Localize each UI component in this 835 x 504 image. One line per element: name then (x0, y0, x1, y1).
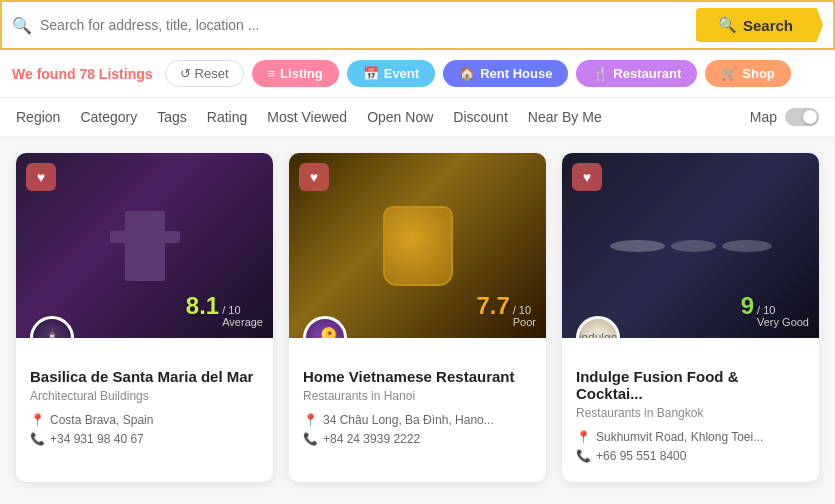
category-rating[interactable]: Rating (207, 109, 247, 125)
card-2-avatar-icon: 🔑 (313, 326, 338, 338)
card-1-phone-row: 📞 +34 931 98 40 67 (30, 432, 259, 446)
card-1-image: ♥ 8.1 / 10 Average ⛪ (16, 153, 273, 338)
card-2[interactable]: ♥ 7.7 / 10 Poor 🔑 Home Vietnamese Restau… (289, 153, 546, 482)
phone-icon-2: 📞 (303, 432, 318, 446)
found-text: We found 78 Listings (12, 66, 153, 82)
rent-label: Rent House (480, 66, 552, 81)
restaurant-label: Restaurant (613, 66, 681, 81)
card-2-rating-badge: 7.7 / 10 Poor (476, 292, 536, 328)
card-3-subtitle: Restaurants in Bangkok (576, 406, 805, 420)
category-most-viewed[interactable]: Most Viewed (267, 109, 347, 125)
category-region[interactable]: Region (16, 109, 60, 125)
card-1-body: Basilica de Santa Maria del Mar Architec… (16, 338, 273, 465)
card-2-subtitle: Restaurants in Hanoi (303, 389, 532, 403)
card-2-rating-max: / 10 (513, 304, 531, 316)
card-3-rating-detail: / 10 Very Good (757, 304, 809, 328)
card-1-rating-label: Average (222, 316, 263, 328)
card-3-location-row: 📍 Sukhumvit Road, Khlong Toei... (576, 430, 805, 444)
card-3-rating-badge: 9 / 10 Very Good (741, 292, 809, 328)
card-1-phone: +34 931 98 40 67 (50, 432, 144, 446)
card-3-image: ♥ 9 / 10 Very Good indulge (562, 153, 819, 338)
tab-shop-button[interactable]: 🛒 Shop (705, 60, 791, 87)
card-1-avatar-icon: ⛪ (41, 327, 63, 338)
card-2-phone-row: 📞 +84 24 3939 2222 (303, 432, 532, 446)
card-2-title: Home Vietnamese Restaurant (303, 368, 532, 385)
listing-icon: ≡ (268, 66, 276, 81)
card-1-rating-num: 8.1 (186, 292, 219, 320)
card-3-rating-max: / 10 (757, 304, 775, 316)
pin-icon-1: 📍 (30, 413, 45, 427)
tab-event-button[interactable]: 📅 Event (347, 60, 435, 87)
card-2-rating-detail: / 10 Poor (513, 304, 536, 328)
card-3-location: Sukhumvit Road, Khlong Toei... (596, 430, 763, 444)
map-label: Map (750, 109, 777, 125)
card-1-rating-badge: 8.1 / 10 Average (186, 292, 263, 328)
card-1-favorite-button[interactable]: ♥ (26, 163, 56, 191)
search-input[interactable] (40, 17, 688, 33)
tab-listing-button[interactable]: ≡ Listing (252, 60, 339, 87)
reset-label: Reset (195, 66, 229, 81)
card-2-rating-label: Poor (513, 316, 536, 328)
card-3-title: Indulge Fusion Food & Cocktai... (576, 368, 805, 402)
card-1-location-row: 📍 Costa Brava, Spain (30, 413, 259, 427)
card-3-favorite-button[interactable]: ♥ (572, 163, 602, 191)
card-2-location: 34 Châu Long, Ba Đình, Hano... (323, 413, 494, 427)
tab-rent-button[interactable]: 🏠 Rent House (443, 60, 568, 87)
category-open-now[interactable]: Open Now (367, 109, 433, 125)
search-btn-label: Search (743, 17, 793, 34)
category-category[interactable]: Category (80, 109, 137, 125)
category-tags[interactable]: Tags (157, 109, 187, 125)
card-3-avatar-icon: indulge (579, 331, 618, 338)
card-2-location-row: 📍 34 Châu Long, Ba Đình, Hano... (303, 413, 532, 427)
card-1[interactable]: ♥ 8.1 / 10 Average ⛪ Basilica de Santa M… (16, 153, 273, 482)
shop-icon: 🛒 (721, 66, 737, 81)
shop-label: Shop (742, 66, 775, 81)
card-1-subtitle: Architectural Buildings (30, 389, 259, 403)
card-1-location: Costa Brava, Spain (50, 413, 153, 427)
tab-restaurant-button[interactable]: 🍴 Restaurant (576, 60, 697, 87)
filter-row: We found 78 Listings ↺ Reset ≡ Listing 📅… (0, 50, 835, 98)
card-3-phone-row: 📞 +66 95 551 8400 (576, 449, 805, 463)
category-discount[interactable]: Discount (453, 109, 507, 125)
pin-icon-2: 📍 (303, 413, 318, 427)
card-2-rating-num: 7.7 (476, 292, 509, 320)
search-btn-icon: 🔍 (718, 16, 737, 34)
category-near-by-me[interactable]: Near By Me (528, 109, 602, 125)
card-2-body: Home Vietnamese Restaurant Restaurants i… (289, 338, 546, 465)
category-row: Region Category Tags Rating Most Viewed … (0, 98, 835, 137)
listing-label: Listing (280, 66, 323, 81)
found-suffix: Listings (95, 66, 153, 82)
map-toggle-area: Map (750, 108, 819, 126)
toggle-knob (803, 110, 817, 124)
card-3-body: Indulge Fusion Food & Cocktai... Restaur… (562, 338, 819, 482)
card-2-phone: +84 24 3939 2222 (323, 432, 420, 446)
pin-icon-3: 📍 (576, 430, 591, 444)
church-cross-icon (125, 211, 165, 281)
reset-icon: ↺ (180, 66, 191, 81)
cards-grid: ♥ 8.1 / 10 Average ⛪ Basilica de Santa M… (0, 137, 835, 498)
honey-jar-icon (383, 206, 453, 286)
card-3-rating-label: Very Good (757, 316, 809, 328)
search-bar: 🔍 🔍 Search (0, 0, 835, 50)
card-1-rating-detail: / 10 Average (222, 304, 263, 328)
restaurant-icon: 🍴 (592, 66, 608, 81)
reset-button[interactable]: ↺ Reset (165, 60, 244, 87)
card-1-rating-max: / 10 (222, 304, 240, 316)
event-label: Event (384, 66, 419, 81)
event-icon: 📅 (363, 66, 379, 81)
map-toggle-switch[interactable] (785, 108, 819, 126)
phone-icon-1: 📞 (30, 432, 45, 446)
card-2-favorite-button[interactable]: ♥ (299, 163, 329, 191)
card-1-title: Basilica de Santa Maria del Mar (30, 368, 259, 385)
found-prefix: We found (12, 66, 79, 82)
found-count: 78 (79, 66, 95, 82)
plates-visual (610, 240, 772, 252)
search-button[interactable]: 🔍 Search (696, 8, 823, 42)
phone-icon-3: 📞 (576, 449, 591, 463)
search-icon: 🔍 (12, 16, 32, 35)
card-2-image: ♥ 7.7 / 10 Poor 🔑 (289, 153, 546, 338)
rent-icon: 🏠 (459, 66, 475, 81)
card-3[interactable]: ♥ 9 / 10 Very Good indulge Indulge Fusio… (562, 153, 819, 482)
card-3-rating-num: 9 (741, 292, 754, 320)
card-3-phone: +66 95 551 8400 (596, 449, 686, 463)
